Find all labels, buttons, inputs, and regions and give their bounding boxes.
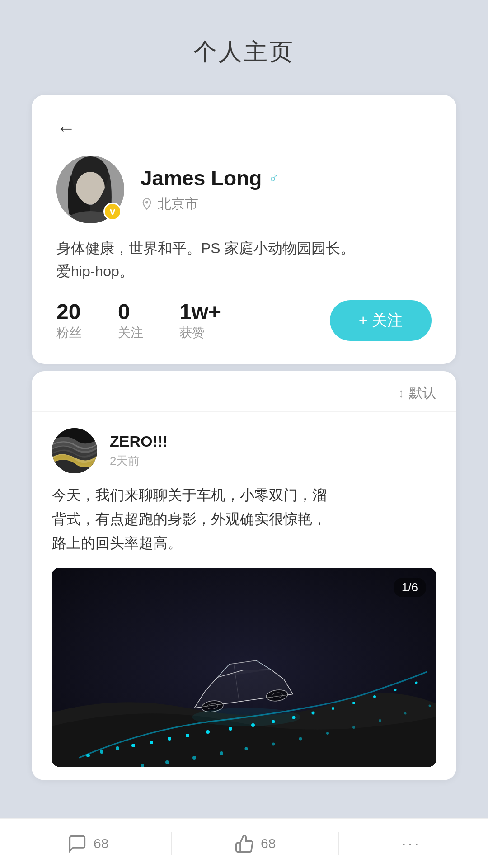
svg-point-19 [312, 711, 315, 714]
svg-point-24 [415, 681, 418, 684]
user-name: James Long [141, 166, 262, 190]
profile-row: v James Long ♂ 北京市 [56, 156, 432, 223]
bio: 身体健康，世界和平。PS 家庭小动物园园长。 爱hip-hop。 [56, 237, 432, 283]
bottom-bar: 68 68 ··· [0, 818, 488, 868]
stat-fans: 20 粉丝 [56, 299, 82, 341]
more-icon: ··· [402, 834, 421, 853]
svg-point-4 [145, 201, 148, 204]
follow-button[interactable]: + 关注 [330, 300, 432, 341]
following-count: 0 [118, 299, 130, 324]
post-content: 今天，我们来聊聊关于车机，小零双门，溜 背式，有点超跑的身影，外观确实很惊艳， … [52, 483, 436, 555]
svg-point-27 [192, 756, 196, 760]
svg-point-49 [192, 708, 300, 726]
svg-point-34 [379, 719, 381, 722]
like-action[interactable]: 68 [235, 834, 276, 854]
post-image[interactable]: 1/6 [52, 568, 436, 767]
svg-point-33 [352, 726, 355, 729]
svg-point-32 [326, 732, 329, 735]
like-count: 68 [261, 836, 276, 851]
profile-info: James Long ♂ 北京市 [141, 166, 280, 213]
svg-point-23 [394, 689, 397, 691]
sort-icon: ↕ [398, 386, 404, 401]
comment-action[interactable]: 68 [67, 834, 108, 854]
feed-card: ↕ 默认 ZERO!!! 2天前 [32, 371, 456, 780]
image-counter: 1/6 [394, 578, 426, 597]
svg-point-8 [100, 750, 103, 754]
svg-point-29 [245, 747, 248, 750]
like-icon [235, 834, 254, 854]
post-meta: ZERO!!! 2天前 [110, 433, 168, 469]
svg-point-22 [373, 695, 376, 698]
svg-point-12 [168, 737, 171, 741]
svg-point-15 [229, 727, 232, 731]
svg-point-7 [86, 754, 90, 757]
fans-label: 粉丝 [56, 324, 82, 341]
name-row: James Long ♂ [141, 166, 280, 190]
verified-badge: v [103, 203, 122, 221]
post-author: ZERO!!! [110, 433, 168, 450]
stats-row: 20 粉丝 0 关注 1w+ 获赞 + 关注 [56, 299, 432, 341]
location-row: 北京市 [141, 195, 280, 213]
location-icon [141, 198, 153, 210]
fans-count: 20 [56, 299, 80, 324]
comment-icon [67, 834, 87, 854]
svg-point-35 [404, 712, 407, 714]
stat-following: 0 关注 [118, 299, 143, 341]
svg-point-36 [429, 704, 431, 707]
svg-point-28 [220, 751, 223, 755]
profile-card: ← v J [32, 95, 456, 364]
svg-point-11 [150, 741, 153, 744]
sort-bar: ↕ 默认 [32, 371, 456, 412]
back-button[interactable]: ← [56, 118, 75, 139]
svg-point-10 [131, 744, 135, 747]
likes-count: 1w+ [179, 299, 221, 324]
sort-label: 默认 [409, 384, 436, 402]
bio-line2: 爱hip-hop。 [56, 260, 432, 283]
post-line1: 今天，我们来聊聊关于车机，小零双门，溜 [52, 483, 436, 507]
svg-point-30 [272, 742, 275, 745]
svg-point-21 [352, 702, 355, 704]
post-avatar [52, 428, 97, 473]
comment-count: 68 [94, 836, 108, 851]
more-action[interactable]: ··· [402, 834, 421, 853]
avatar-wrap: v [56, 156, 124, 223]
divider [171, 832, 172, 855]
svg-point-31 [299, 737, 302, 740]
post-line2: 背式，有点超跑的身影，外观确实很惊艳， [52, 507, 436, 531]
svg-point-13 [186, 734, 189, 737]
divider2 [338, 832, 339, 855]
svg-point-14 [206, 730, 210, 734]
page-title: 个人主页 [193, 36, 295, 68]
post-item: ZERO!!! 2天前 今天，我们来聊聊关于车机，小零双门，溜 背式，有点超跑的… [32, 412, 456, 766]
svg-point-26 [165, 760, 169, 764]
stat-likes: 1w+ 获赞 [179, 299, 221, 341]
svg-point-9 [116, 746, 119, 750]
post-header: ZERO!!! 2天前 [52, 428, 436, 473]
post-time: 2天前 [110, 453, 168, 469]
location-text: 北京市 [158, 195, 198, 213]
post-line3: 路上的回头率超高。 [52, 531, 436, 555]
bio-line1: 身体健康，世界和平。PS 家庭小动物园园长。 [56, 237, 432, 260]
following-label: 关注 [118, 324, 143, 341]
likes-label: 获赞 [179, 324, 205, 341]
svg-point-20 [332, 707, 334, 710]
gender-icon: ♂ [268, 169, 280, 187]
